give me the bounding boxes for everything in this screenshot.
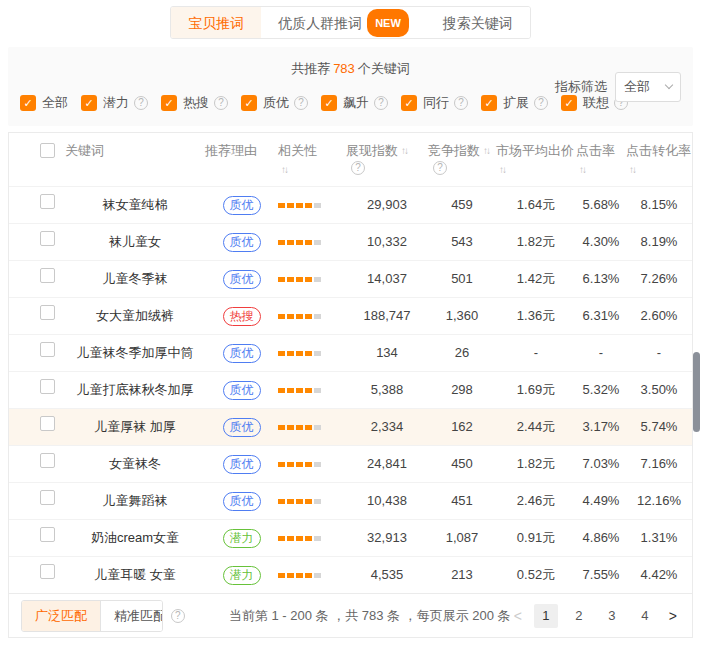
filter-checkbox-item[interactable]: 飙升 [321,91,388,115]
row-checkbox[interactable] [40,194,55,209]
sort-icon[interactable] [281,161,287,179]
sort-icon[interactable] [579,161,585,179]
relevance-bar [296,425,303,430]
relevance-bar [278,573,285,578]
filter-checkbox-item[interactable]: 热搜 [161,91,228,115]
column-header-4[interactable]: 展现指数 [346,142,428,175]
filter-checkbox-item[interactable]: 全部 [20,91,68,115]
price-value: 1.36元 [496,304,576,328]
match-mode-button[interactable]: 广泛匹配 [22,601,100,631]
new-badge: NEW [367,9,409,37]
filter-checkbox-label: 潜力 [103,91,129,115]
row-checkbox[interactable] [40,379,55,394]
help-icon[interactable] [171,609,185,623]
help-icon[interactable] [534,96,548,110]
filter-checkbox-item[interactable]: 同行 [401,91,468,115]
competition-value: 298 [428,378,496,402]
table-row: 儿童厚袜 加厚 质优 2,334 162 2.44元 3.17% 5.74% [9,408,692,445]
reason-tag: 质优 [223,270,261,289]
checkbox-icon[interactable] [481,95,497,111]
row-checkbox[interactable] [40,416,55,431]
help-icon[interactable] [351,161,365,175]
sort-icon[interactable] [499,161,505,179]
filter-checkbox-item[interactable]: 质优 [241,91,308,115]
row-checkbox[interactable] [40,305,55,320]
relevance-bars [278,203,346,208]
row-checkbox[interactable] [40,453,55,468]
help-icon[interactable] [374,96,388,110]
filter-checkbox-item[interactable]: 扩展 [481,91,548,115]
match-mode-button[interactable]: 精准匹配 [100,601,163,631]
relevance-bar [314,536,321,541]
help-icon[interactable] [294,96,308,110]
relevance-cell [278,240,346,245]
help-icon[interactable] [134,96,148,110]
price-value: 1.82元 [496,230,576,254]
relevance-bar [287,573,294,578]
keyword-label: 袜儿童女 [109,234,161,249]
relevance-bars [278,425,346,430]
relevance-bar [278,499,285,504]
relevance-bar [314,425,321,430]
row-checkbox[interactable] [40,342,55,357]
column-header-3[interactable]: 相关性 [278,142,346,179]
help-icon[interactable] [433,161,447,175]
page-button[interactable]: 2 [567,604,591,628]
metric-filter-select[interactable]: 全部 [615,72,681,102]
column-header-8[interactable]: 点击转化率 [626,142,692,179]
row-checkbox-cell [9,526,65,550]
reason-cell: 质优 [205,489,278,513]
row-checkbox[interactable] [40,231,55,246]
page-button[interactable]: 3 [600,604,624,628]
row-checkbox[interactable] [40,268,55,283]
relevance-cell [278,462,346,467]
page-button[interactable]: 1 [534,604,558,628]
column-label: 竞争指数 [428,142,480,160]
row-checkbox[interactable] [40,527,55,542]
relevance-bar [278,351,285,356]
keyword-cell: 袜儿童女 [65,230,205,254]
relevance-bar [287,240,294,245]
filter-checkbox-label: 热搜 [183,91,209,115]
tab[interactable]: 优质人群推词 NEW [261,7,426,38]
prev-page-button[interactable] [511,604,525,628]
column-label: 关键词 [65,142,104,160]
sort-icon[interactable] [401,142,407,160]
price-value: 0.52元 [496,563,576,587]
checkbox-icon[interactable] [401,95,417,111]
row-checkbox-cell [9,193,65,217]
help-icon[interactable] [214,96,228,110]
checkbox-icon[interactable] [20,95,36,111]
match-mode-group: 广泛匹配精准匹配 [21,600,163,632]
table-row: 儿童耳暖 女童 潜力 4,535 213 0.52元 7.55% 4.42% [9,556,692,593]
sort-icon[interactable] [483,142,489,160]
select-all-checkbox[interactable] [40,143,55,158]
tab[interactable]: 搜索关键词 [426,7,530,38]
column-header-5[interactable]: 竞争指数 [428,142,496,175]
checkbox-icon[interactable] [321,95,337,111]
keyword-label: 奶油cream女童 [91,530,179,545]
cvr-value: 7.16% [626,452,692,476]
tab[interactable]: 宝贝推词 [171,7,261,38]
keyword-recommendation-panel: 宝贝推词 优质人群推词 NEW 搜索关键词 共推荐783个关键词 全部 潜力 热… [0,0,701,24]
row-checkbox-cell [9,489,65,513]
row-checkbox[interactable] [40,490,55,505]
page-button[interactable]: 4 [633,604,657,628]
reason-tag: 热搜 [223,307,261,326]
column-label: 点击率 [576,142,615,160]
checkbox-icon[interactable] [161,95,177,111]
next-page-button[interactable] [666,604,680,628]
column-header-6[interactable]: 市场平均出价 [496,142,576,179]
checkbox-icon[interactable] [241,95,257,111]
impressions-value: 5,388 [346,378,428,402]
scrollbar-thumb[interactable] [693,352,700,432]
help-icon[interactable] [454,96,468,110]
pagination: 1234 [511,604,680,628]
checkbox-icon[interactable] [81,95,97,111]
reason-tag: 质优 [223,233,261,252]
column-header-7[interactable]: 点击率 [576,142,626,179]
row-checkbox[interactable] [40,564,55,579]
sort-icon[interactable] [629,161,635,179]
table-header: 关键词推荐理由相关性展现指数竞争指数市场平均出价点击率点击转化率 [9,133,692,186]
filter-checkbox-item[interactable]: 潜力 [81,91,148,115]
